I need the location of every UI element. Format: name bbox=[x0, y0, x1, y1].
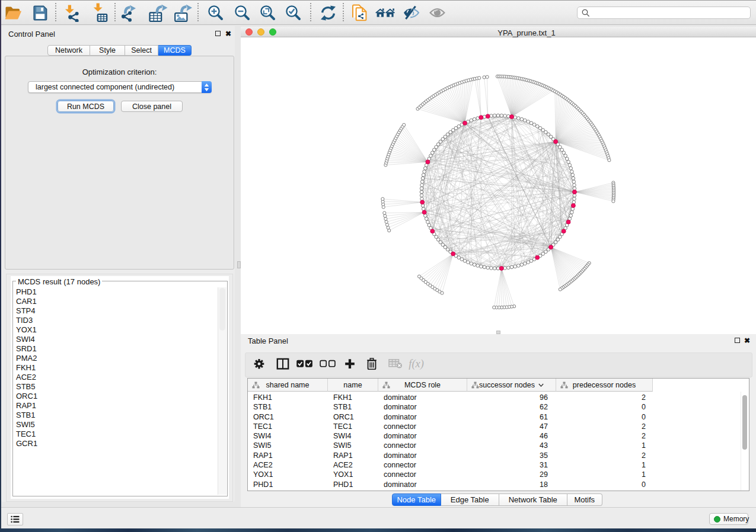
network-canvas[interactable] bbox=[241, 37, 756, 334]
table-row[interactable]: TEC1TEC1connector472 bbox=[248, 422, 749, 431]
open-folder-button[interactable] bbox=[3, 1, 24, 25]
table-scrollbar[interactable] bbox=[741, 392, 749, 491]
tab-network[interactable]: Network bbox=[47, 45, 90, 56]
save-button[interactable] bbox=[30, 1, 51, 25]
result-item[interactable]: TEC1 bbox=[13, 430, 215, 439]
uncheck-pair-button[interactable] bbox=[319, 358, 336, 372]
refresh-button[interactable] bbox=[317, 1, 339, 25]
trash-button[interactable] bbox=[366, 358, 377, 372]
zoom-in-button[interactable] bbox=[205, 1, 227, 25]
task-history-button[interactable] bbox=[7, 513, 23, 525]
table-cell: RAP1 bbox=[333, 451, 353, 460]
table-cell: 96 bbox=[467, 393, 548, 402]
table-panel-float-icon[interactable] bbox=[735, 338, 740, 343]
status-bar: Memory bbox=[1, 507, 756, 528]
close-panel-button[interactable]: Close panel bbox=[121, 101, 183, 112]
table-cell: TEC1 bbox=[333, 422, 352, 431]
columns-button[interactable] bbox=[276, 358, 289, 372]
column-header-shared-name[interactable]: shared name bbox=[248, 379, 328, 392]
check-pair-button[interactable] bbox=[296, 358, 313, 372]
float-panel-icon[interactable] bbox=[215, 31, 221, 36]
run-mcds-button[interactable]: Run MCDS bbox=[58, 101, 114, 112]
result-item[interactable]: SRD1 bbox=[13, 344, 215, 354]
export-network-button[interactable] bbox=[118, 1, 139, 25]
tab-edge-table[interactable]: Edge Table bbox=[441, 493, 500, 506]
control-panel-title: Control Panel bbox=[8, 30, 55, 39]
column-header-predecessor-nodes[interactable]: predecessor nodes bbox=[556, 379, 653, 392]
table-x-button[interactable] bbox=[388, 359, 403, 371]
zoom-out-button[interactable] bbox=[232, 1, 253, 25]
optimization-criterion-select[interactable]: largest connected component (undirected) bbox=[28, 81, 212, 93]
tab-mcds[interactable]: MCDS bbox=[158, 45, 192, 56]
table-row[interactable]: RAP1RAP1dominator352 bbox=[248, 451, 749, 460]
table-cell: 2 bbox=[556, 431, 646, 441]
table-panel-close-icon[interactable]: ✖ bbox=[744, 338, 750, 344]
result-item[interactable]: SWI5 bbox=[13, 420, 215, 430]
tab-select[interactable]: Select bbox=[125, 45, 158, 56]
table-row[interactable]: SWI4SWI4dominator462 bbox=[248, 431, 749, 441]
column-header-successor-nodes[interactable]: successor nodes bbox=[467, 379, 556, 392]
fx-button[interactable]: f(x) bbox=[407, 357, 427, 373]
result-item[interactable]: SWI4 bbox=[13, 335, 215, 344]
result-item[interactable]: TID3 bbox=[13, 316, 215, 325]
export-image-button[interactable] bbox=[173, 1, 194, 25]
gear-button[interactable] bbox=[253, 358, 265, 372]
tab-node-table[interactable]: Node Table bbox=[392, 493, 441, 506]
eye-disabled-button[interactable] bbox=[426, 1, 448, 25]
zoom-fit-button[interactable] bbox=[257, 1, 279, 25]
import-network-button[interactable] bbox=[62, 1, 83, 25]
table-row[interactable]: YOX1YOX1connector291 bbox=[248, 470, 749, 479]
duplicate-network-button[interactable] bbox=[349, 1, 370, 25]
result-item[interactable]: RAP1 bbox=[13, 401, 215, 411]
result-item[interactable]: CAR1 bbox=[13, 297, 215, 306]
result-item[interactable]: ORC1 bbox=[13, 392, 215, 401]
table-cell: ORC1 bbox=[333, 412, 354, 422]
result-item[interactable]: PMA2 bbox=[13, 354, 215, 363]
fx-icon: f(x) bbox=[407, 357, 427, 370]
result-item[interactable]: STP4 bbox=[13, 306, 215, 316]
result-scrollbar-thumb[interactable] bbox=[219, 288, 225, 331]
close-panel-icon[interactable]: ✖ bbox=[225, 31, 231, 37]
result-scrollbar[interactable] bbox=[218, 287, 227, 495]
result-item[interactable]: ACE2 bbox=[13, 373, 215, 382]
tab-network-table[interactable]: Network Table bbox=[499, 493, 567, 506]
binoculars-button[interactable] bbox=[375, 1, 396, 25]
refresh-icon bbox=[320, 5, 336, 21]
result-item[interactable]: FKH1 bbox=[13, 363, 215, 373]
table-row[interactable]: PHD1PHD1dominator180 bbox=[248, 480, 749, 489]
table-row[interactable]: STB1STB1dominator620 bbox=[248, 402, 749, 412]
plus-button[interactable] bbox=[344, 358, 355, 371]
result-item[interactable]: YOX1 bbox=[13, 325, 215, 335]
memory-button[interactable]: Memory bbox=[709, 513, 748, 525]
export-table-button[interactable] bbox=[147, 1, 168, 25]
mcds-result-list[interactable]: PHD1CAR1STP4TID3YOX1SWI4SRD1PMA2FKH1ACE2… bbox=[13, 287, 215, 448]
result-item[interactable]: GCR1 bbox=[13, 439, 215, 448]
table-panel: Table Panel ✖ f(x) shared namenameMCDS r… bbox=[241, 334, 756, 507]
table-row[interactable]: ORC1ORC1dominator610 bbox=[248, 412, 749, 422]
table-row[interactable]: FKH1FKH1dominator962 bbox=[248, 393, 749, 402]
column-type-icon bbox=[471, 382, 479, 389]
network-window-title: YPA_prune.txt_1 bbox=[241, 28, 756, 37]
table-scrollbar-thumb[interactable] bbox=[742, 395, 747, 450]
export-table-icon bbox=[148, 3, 168, 23]
table-row[interactable]: ACE2ACE2connector311 bbox=[248, 460, 749, 470]
result-item[interactable]: STB1 bbox=[13, 411, 215, 420]
zoom-selected-button[interactable] bbox=[283, 1, 304, 25]
network-window-titlebar: YPA_prune.txt_1 bbox=[241, 27, 756, 37]
result-item[interactable]: STB5 bbox=[13, 382, 215, 392]
tab-motifs[interactable]: Motifs bbox=[567, 493, 603, 506]
hide-eye-button[interactable] bbox=[400, 1, 422, 25]
table-row[interactable]: SWI5SWI5connector431 bbox=[248, 441, 749, 450]
columns-icon bbox=[276, 358, 289, 370]
table-cell: PHD1 bbox=[333, 480, 353, 489]
column-header-MCDS-role[interactable]: MCDS role bbox=[378, 379, 467, 392]
result-item[interactable]: PHD1 bbox=[13, 287, 215, 297]
search-box[interactable] bbox=[577, 7, 751, 19]
import-table-button[interactable] bbox=[88, 1, 109, 25]
control-panel-header: Control Panel ✖ bbox=[1, 26, 235, 41]
svg-text:f(x): f(x) bbox=[409, 358, 424, 370]
column-header-name[interactable]: name bbox=[328, 379, 378, 392]
search-input[interactable] bbox=[590, 7, 750, 19]
toolbar-separator bbox=[114, 3, 116, 23]
tab-style[interactable]: Style bbox=[90, 45, 125, 56]
